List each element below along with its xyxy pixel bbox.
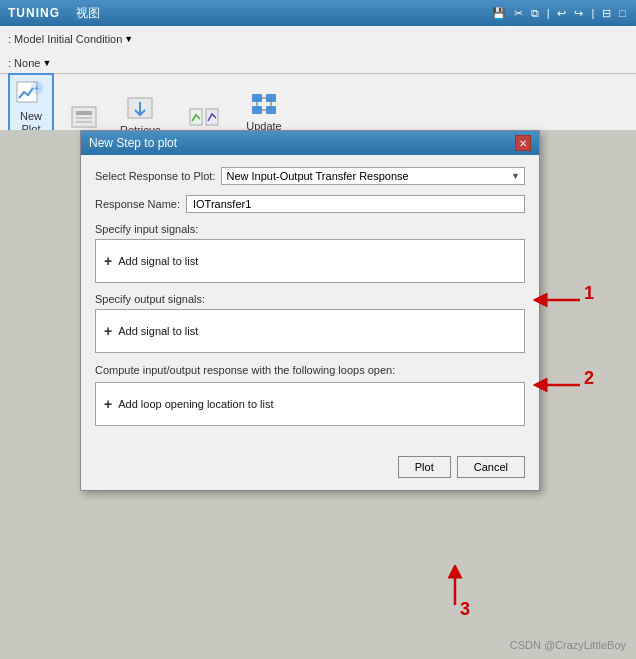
add-input-signal-label: Add signal to list: [118, 255, 198, 267]
none-dropdown-arrow[interactable]: ▼: [42, 58, 51, 68]
add-output-signal-label: Add signal to list: [118, 325, 198, 337]
svg-rect-14: [266, 106, 276, 114]
loop-opening-section: Compute input/output response with the f…: [95, 363, 525, 426]
save-toolbar-icon[interactable]: 💾: [492, 7, 506, 20]
watermark: CSDN @CrazyLittleBoy: [510, 639, 626, 651]
svg-rect-6: [76, 121, 92, 123]
select-response-dropdown[interactable]: New Input-Output Transfer Response: [221, 167, 525, 185]
add-input-signal-button[interactable]: + Add signal to list: [104, 253, 198, 269]
add-loop-button[interactable]: + Add loop opening location to list: [104, 396, 274, 412]
select-response-row: Select Response to Plot: New Input-Outpu…: [95, 167, 525, 185]
add-loop-label: Add loop opening location to list: [118, 398, 273, 410]
redo-icon[interactable]: ↪: [574, 7, 583, 20]
model-dropdown-arrow[interactable]: ▼: [124, 34, 133, 44]
undo-icon[interactable]: ↩: [557, 7, 566, 20]
add-input-signal-plus-icon: +: [104, 253, 112, 269]
svg-rect-9: [190, 109, 202, 125]
model-label: : Model Initial Condition: [8, 33, 122, 45]
cut-icon[interactable]: ✂: [514, 7, 523, 20]
dialog-footer: Plot Cancel: [81, 448, 539, 490]
loop-open-label: Compute input/output response with the f…: [95, 363, 525, 378]
store-icon: [68, 101, 100, 133]
toolbar-title-chinese: 视图: [76, 5, 100, 22]
none-label: : None: [8, 57, 40, 69]
loop-list-box: + Add loop opening location to list: [95, 382, 525, 426]
toolbar-top-bar: TUNING 视图 💾 ✂ ⧉ | ↩ ↪ | ⊟ □: [0, 0, 636, 26]
maximize-icon[interactable]: □: [619, 7, 626, 20]
svg-rect-11: [252, 94, 262, 102]
output-signal-list-box: + Add signal to list: [95, 309, 525, 353]
add-output-signal-button[interactable]: + Add signal to list: [104, 323, 198, 339]
compare-icon: [188, 101, 220, 133]
toolbar-row2: : Model Initial Condition ▼: [0, 26, 636, 52]
toolbar-row3: : None ▼: [0, 52, 636, 74]
separator: |: [547, 7, 550, 20]
restore-icon[interactable]: ⊟: [602, 7, 611, 20]
svg-rect-12: [266, 94, 276, 102]
plot-button[interactable]: Plot: [398, 456, 451, 478]
input-signals-label: Specify input signals:: [95, 223, 525, 235]
add-output-signal-plus-icon: +: [104, 323, 112, 339]
svg-text:+: +: [34, 84, 39, 93]
toolbar-title: TUNING: [8, 6, 60, 20]
separator2: |: [591, 7, 594, 20]
update-blocks-icon: [248, 88, 280, 120]
select-response-label: Select Response to Plot:: [95, 170, 215, 182]
new-plot-icon: +: [15, 78, 47, 110]
svg-rect-4: [76, 111, 92, 115]
output-signals-label: Specify output signals:: [95, 293, 525, 305]
svg-rect-13: [252, 106, 262, 114]
retrieve-icon: [124, 92, 156, 124]
dialog-close-button[interactable]: ✕: [515, 135, 531, 151]
dialog-body: Select Response to Plot: New Input-Outpu…: [81, 155, 539, 448]
select-response-value: New Input-Output Transfer Response: [226, 170, 408, 182]
input-signal-list-box: + Add signal to list: [95, 239, 525, 283]
new-step-dialog: New Step to plot ✕ Select Response to Pl…: [80, 130, 540, 491]
copy-icon[interactable]: ⧉: [531, 7, 539, 20]
dialog-titlebar: New Step to plot ✕: [81, 131, 539, 155]
response-name-input[interactable]: [186, 195, 525, 213]
response-name-row: Response Name:: [95, 195, 525, 213]
add-loop-plus-icon: +: [104, 396, 112, 412]
svg-rect-10: [206, 109, 218, 125]
input-signals-section: Specify input signals: + Add signal to l…: [95, 223, 525, 283]
toolbar-right-icons: 💾 ✂ ⧉ | ↩ ↪ | ⊟ □: [490, 7, 628, 20]
dialog-title: New Step to plot: [89, 136, 177, 150]
svg-rect-5: [76, 117, 92, 119]
output-signals-section: Specify output signals: + Add signal to …: [95, 293, 525, 353]
response-name-label: Response Name:: [95, 198, 180, 210]
cancel-button[interactable]: Cancel: [457, 456, 525, 478]
